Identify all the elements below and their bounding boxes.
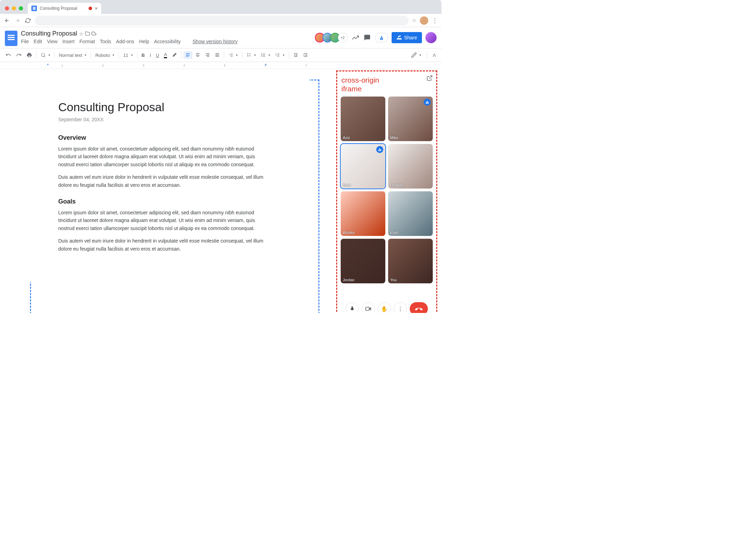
zoom-select[interactable] — [39, 51, 52, 59]
doc-paragraph[interactable]: Duis autem vel eum iriure dolor in hendr… — [58, 173, 267, 189]
browser-tab[interactable]: Consulting Proposal × — [28, 3, 101, 14]
popout-icon[interactable] — [426, 75, 433, 81]
share-button[interactable]: Share — [392, 32, 422, 43]
align-center-button[interactable] — [193, 51, 202, 59]
text-color-button[interactable]: A — [162, 51, 169, 60]
participant-name: Elad — [390, 230, 398, 235]
bold-button[interactable]: B — [139, 51, 147, 59]
back-button[interactable] — [3, 17, 10, 24]
hangup-button[interactable] — [410, 302, 428, 313]
svg-point-4 — [262, 53, 262, 54]
underline-button[interactable]: U — [154, 51, 161, 59]
numbered-list-button[interactable]: 12 — [273, 51, 287, 59]
video-tile[interactable]: Aziz — [341, 97, 385, 141]
doc-heading-1[interactable]: Consulting Proposal — [58, 100, 278, 114]
participant-name: Beth — [343, 183, 351, 187]
tab-strip: Consulting Proposal × — [0, 0, 441, 14]
paragraph-style-select[interactable]: Normal text — [57, 51, 89, 59]
doc-heading-goals[interactable]: Goals — [58, 198, 278, 205]
svg-text:2: 2 — [275, 54, 277, 56]
maximize-window-icon[interactable] — [19, 6, 23, 10]
video-tile[interactable]: Lindsay — [388, 144, 433, 189]
document-page[interactable]: Consulting Proposal September 04, 20XX O… — [27, 76, 309, 282]
forward-button[interactable] — [14, 17, 21, 24]
menu-accessibility[interactable]: Accessibility — [154, 39, 181, 44]
document-canvas[interactable]: main content area Consulting Proposal Se… — [0, 69, 336, 313]
tab-title: Consulting Proposal — [40, 6, 77, 11]
version-history-link[interactable]: Show version history — [192, 39, 237, 44]
collaborator-avatars[interactable]: +2 — [317, 33, 348, 43]
print-button[interactable] — [24, 51, 34, 59]
close-window-icon[interactable] — [5, 6, 9, 10]
ruler[interactable]: ▾ 1 2 3 4 5 6 7 ▾ — [0, 62, 441, 69]
doc-paragraph[interactable]: Duis autem vel eum iriure dolor in hendr… — [58, 237, 267, 253]
menu-view[interactable]: View — [47, 39, 58, 44]
ruler-tick: 1 — [42, 64, 83, 67]
menu-tools[interactable]: Tools — [100, 39, 111, 44]
line-spacing-button[interactable] — [226, 51, 240, 59]
redo-button[interactable] — [14, 51, 24, 59]
document-title[interactable]: Consulting Proposal — [21, 30, 77, 37]
align-right-button[interactable] — [203, 51, 212, 59]
video-tile[interactable]: Jordan — [341, 239, 385, 283]
doc-date[interactable]: September 04, 20XX — [58, 117, 278, 122]
camera-button[interactable] — [362, 302, 375, 313]
menu-file[interactable]: File — [21, 39, 29, 44]
checklist-button[interactable] — [244, 51, 258, 59]
italic-button[interactable]: I — [148, 51, 153, 59]
indent-button[interactable] — [301, 51, 310, 59]
move-document-icon[interactable] — [85, 31, 90, 37]
menu-format[interactable]: Format — [80, 39, 95, 44]
ruler-indent-marker-icon[interactable]: ▾ — [265, 63, 267, 66]
collaborator-overflow[interactable]: +2 — [338, 33, 348, 43]
menu-edit[interactable]: Edit — [34, 39, 42, 44]
activity-icon[interactable] — [351, 33, 360, 42]
raise-hand-button[interactable]: ✋ — [378, 302, 391, 313]
more-options-button[interactable]: ⋮ — [394, 302, 407, 313]
video-tile[interactable]: Beth — [341, 144, 385, 189]
highlight-button[interactable] — [170, 51, 179, 59]
mute-button[interactable] — [346, 302, 359, 313]
menu-insert[interactable]: Insert — [62, 39, 75, 44]
align-left-button[interactable] — [183, 51, 192, 59]
docs-logo-icon[interactable] — [5, 31, 17, 46]
video-tile[interactable]: Mike — [388, 97, 433, 141]
browser-menu-icon[interactable]: ⋮ — [432, 17, 438, 24]
cloud-status-icon[interactable] — [91, 31, 96, 37]
doc-paragraph[interactable]: Lorem ipsum dolor sit amet, consectetuer… — [58, 145, 267, 168]
bookmark-star-icon[interactable]: ☆ — [412, 18, 416, 23]
menu-help[interactable]: Help — [139, 39, 149, 44]
collapse-toolbar-button[interactable]: ᐱ — [431, 51, 438, 59]
formatting-toolbar: Normal text Roboto 11 B I U A 12 ᐱ — [0, 48, 441, 62]
speaking-indicator-icon — [424, 99, 431, 106]
menu-addons[interactable]: Add-ons — [116, 39, 134, 44]
ruler-tick: 4 — [164, 64, 205, 67]
docs-favicon-icon — [31, 6, 37, 11]
minimize-window-icon[interactable] — [12, 6, 16, 10]
account-avatar[interactable] — [425, 32, 437, 43]
reload-button[interactable] — [24, 17, 31, 24]
font-size-select[interactable]: 11 — [121, 51, 135, 59]
video-tile[interactable]: You — [388, 239, 433, 283]
docs-header: Consulting Proposal ☆ File Edit View Ins… — [0, 27, 441, 46]
meet-button[interactable] — [375, 33, 388, 43]
star-document-icon[interactable]: ☆ — [79, 31, 84, 37]
svg-line-1 — [44, 56, 45, 57]
font-select[interactable]: Roboto — [93, 51, 116, 59]
bulleted-list-button[interactable] — [259, 51, 272, 59]
align-justify-button[interactable] — [213, 51, 222, 59]
browser-profile-avatar[interactable] — [420, 16, 428, 25]
outdent-button[interactable] — [291, 51, 300, 59]
undo-button[interactable] — [3, 51, 13, 59]
url-input[interactable] — [35, 16, 409, 25]
doc-heading-overview[interactable]: Overview — [58, 134, 278, 141]
doc-paragraph[interactable]: Lorem ipsum dolor sit amet, consectetuer… — [58, 209, 267, 232]
tab-close-icon[interactable]: × — [95, 6, 98, 11]
ruler-tick: 3 — [123, 64, 164, 67]
video-tile[interactable]: Annika — [341, 191, 385, 236]
editing-mode-button[interactable] — [409, 51, 423, 59]
participant-name: Lindsay — [390, 183, 403, 187]
video-tile[interactable]: Elad — [388, 191, 433, 236]
ruler-tick: 7 — [286, 64, 326, 67]
comments-icon[interactable] — [363, 33, 371, 42]
